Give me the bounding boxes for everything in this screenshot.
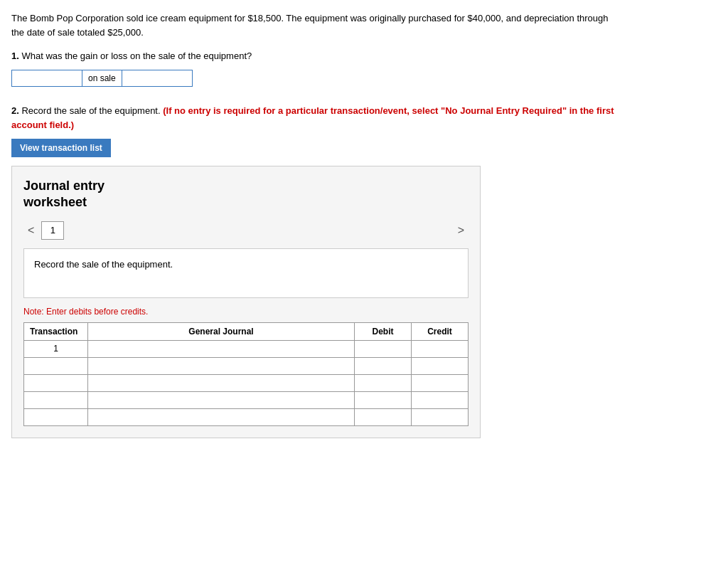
row-3-general[interactable] xyxy=(88,374,355,391)
table-row xyxy=(24,357,469,374)
question-2-label: 2. xyxy=(11,105,19,116)
row-2-debit-input[interactable] xyxy=(355,358,411,374)
row-5-debit[interactable] xyxy=(355,408,412,425)
nav-left: < 1 xyxy=(23,221,64,240)
table-row xyxy=(24,391,469,408)
row-3-debit-input[interactable] xyxy=(355,375,411,391)
row-1-credit-input[interactable] xyxy=(412,341,468,357)
row-4-debit-input[interactable] xyxy=(355,392,411,408)
row-4-credit-input[interactable] xyxy=(412,392,468,408)
prev-page-button[interactable]: < xyxy=(23,223,38,238)
answer-input-left[interactable] xyxy=(11,70,82,87)
row-5-credit-input[interactable] xyxy=(412,409,468,425)
on-sale-label: on sale xyxy=(82,70,122,87)
row-2-credit[interactable] xyxy=(412,357,469,374)
row-1-transaction: 1 xyxy=(24,340,88,357)
row-4-transaction xyxy=(24,391,88,408)
row-4-general[interactable] xyxy=(88,391,355,408)
record-description-box: Record the sale of the equipment. xyxy=(23,248,469,298)
header-transaction: Transaction xyxy=(24,322,88,340)
row-4-general-input[interactable] xyxy=(88,392,354,408)
view-transaction-list-button[interactable]: View transaction list xyxy=(11,139,111,157)
row-2-general-input[interactable] xyxy=(88,358,354,374)
row-1-debit[interactable] xyxy=(355,340,412,357)
row-4-debit[interactable] xyxy=(355,391,412,408)
answer-row: on sale xyxy=(11,70,717,87)
row-1-credit[interactable] xyxy=(412,340,469,357)
record-description-text: Record the sale of the equipment. xyxy=(34,259,173,270)
question-1-label: 1. xyxy=(11,51,19,61)
note-text: Note: Enter debits before credits. xyxy=(23,307,469,317)
page-number: 1 xyxy=(41,221,64,240)
nav-row: < 1 > xyxy=(23,221,469,240)
row-5-general[interactable] xyxy=(88,408,355,425)
intro-text: The Bomb Pop Corporation sold ice cream … xyxy=(11,11,616,39)
row-5-debit-input[interactable] xyxy=(355,409,411,425)
row-1-general-input[interactable] xyxy=(88,341,354,357)
row-2-debit[interactable] xyxy=(355,357,412,374)
row-5-general-input[interactable] xyxy=(88,409,354,425)
answer-input-right[interactable] xyxy=(122,70,193,87)
question-2-main: Record the sale of the equipment. xyxy=(21,105,160,116)
row-2-general[interactable] xyxy=(88,357,355,374)
row-3-debit[interactable] xyxy=(355,374,412,391)
table-row: 1 xyxy=(24,340,469,357)
row-4-credit[interactable] xyxy=(412,391,469,408)
row-3-credit-input[interactable] xyxy=(412,375,468,391)
next-page-button[interactable]: > xyxy=(454,223,469,238)
row-2-transaction xyxy=(24,357,88,374)
journal-table: Transaction General Journal Debit Credit… xyxy=(23,322,469,426)
worksheet-container: Journal entryworksheet < 1 > Record the … xyxy=(11,166,481,438)
row-1-debit-input[interactable] xyxy=(355,341,411,357)
row-5-transaction xyxy=(24,408,88,425)
question-2-text: 2. Record the sale of the equipment. (If… xyxy=(11,104,616,132)
header-credit: Credit xyxy=(412,322,469,340)
table-row xyxy=(24,374,469,391)
row-3-general-input[interactable] xyxy=(88,375,354,391)
table-row xyxy=(24,408,469,425)
row-2-credit-input[interactable] xyxy=(412,358,468,374)
header-debit: Debit xyxy=(355,322,412,340)
row-3-transaction xyxy=(24,374,88,391)
row-1-general[interactable] xyxy=(88,340,355,357)
worksheet-title: Journal entryworksheet xyxy=(23,178,469,211)
row-5-credit[interactable] xyxy=(412,408,469,425)
row-3-credit[interactable] xyxy=(412,374,469,391)
question-1-text: 1. What was the gain or loss on the sale… xyxy=(11,51,717,61)
header-general-journal: General Journal xyxy=(88,322,355,340)
